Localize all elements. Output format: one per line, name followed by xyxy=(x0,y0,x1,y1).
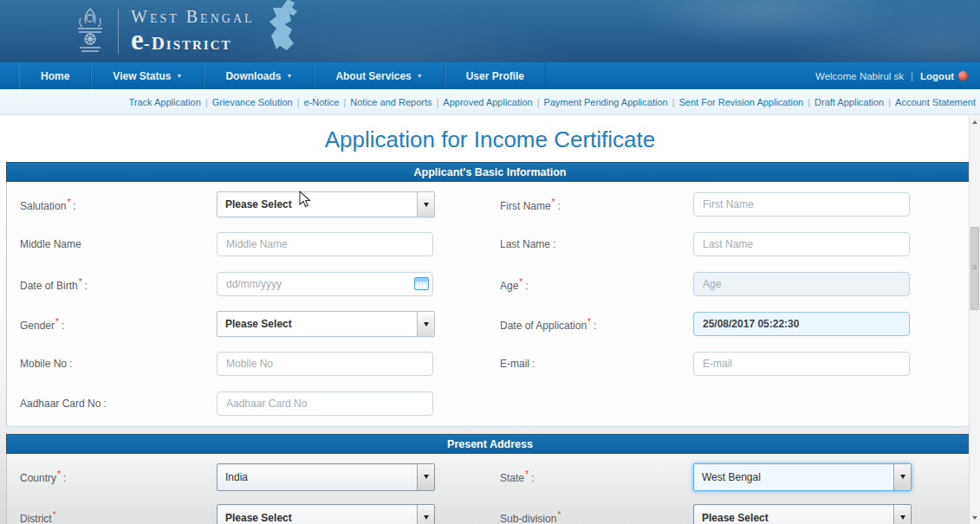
subnav-payment-pending-application[interactable]: Payment Pending Application xyxy=(544,97,668,107)
state-select[interactable]: West Bengal xyxy=(693,463,912,491)
mobile-no-input[interactable] xyxy=(217,352,433,376)
first-name-label: First Name*: xyxy=(500,197,693,212)
section-body-address: Country*: India State*: West Bengal xyxy=(6,454,974,524)
nav-separator: | xyxy=(911,71,913,81)
email-input[interactable] xyxy=(693,352,910,376)
salutation-select[interactable]: Please Select xyxy=(217,191,435,217)
middle-name-label: Middle Name xyxy=(20,238,217,250)
required-asterisk: * xyxy=(525,469,529,479)
subnav-separator: | xyxy=(888,97,891,107)
subnav-separator: | xyxy=(297,97,300,107)
form-content: Application for Income Certificate Appli… xyxy=(0,115,980,524)
required-asterisk: * xyxy=(587,317,591,327)
email-label: E-mail: xyxy=(500,358,693,370)
subnav-approved-application[interactable]: Approved Application xyxy=(443,97,532,107)
subnav-grievance-solution[interactable]: Grievance Solution xyxy=(212,97,293,107)
form-row: Mobile No: E-mail: xyxy=(7,344,973,384)
required-asterisk: * xyxy=(53,510,56,520)
power-icon xyxy=(958,71,968,81)
required-asterisk: * xyxy=(552,197,555,207)
aadhaar-card-no-label: Aadhaar Card No: xyxy=(20,398,217,410)
aadhaar-card-no-input[interactable] xyxy=(217,391,433,416)
chevron-down-icon: ▼ xyxy=(176,73,182,79)
age-input xyxy=(693,272,910,296)
chevron-down-icon: ▼ xyxy=(286,73,292,79)
state-label: State*: xyxy=(500,469,693,484)
brand-line2: e-District xyxy=(131,26,255,55)
required-asterisk: * xyxy=(57,469,61,479)
subnav-separator: | xyxy=(672,97,675,107)
nav-right: Welcome Nabirul sk | Logout xyxy=(815,62,980,89)
scroll-down-button[interactable] xyxy=(970,512,980,524)
nav-item-downloads[interactable]: Downloads▼ xyxy=(204,62,314,89)
welcome-text: Welcome Nabirul sk xyxy=(815,71,904,81)
section-present-address: Present Address Country*: India State*: … xyxy=(6,434,974,524)
middle-name-input[interactable] xyxy=(217,232,433,256)
chevron-down-icon xyxy=(893,505,911,524)
salutation-label: Salutation*: xyxy=(20,197,217,212)
chevron-down-icon xyxy=(417,192,434,217)
scrollbar-thumb[interactable] xyxy=(970,227,979,310)
ashoka-emblem-icon xyxy=(73,6,107,56)
form-row: Middle Name Last Name: xyxy=(7,224,973,264)
header-banner: West Bengal e-District xyxy=(0,0,980,62)
section-header-basic: Applicant's Basic Information xyxy=(6,162,974,182)
subnav-separator: | xyxy=(436,97,438,107)
form-row: Date of Birth*: Age*: xyxy=(7,264,973,304)
form-row: Aadhaar Card No: xyxy=(7,384,973,424)
subnav-separator: | xyxy=(205,97,208,107)
chevron-down-icon xyxy=(417,312,434,336)
sub-nav: Track Application| Grievance Solution| e… xyxy=(0,89,980,115)
page-title: Application for Income Certificate xyxy=(0,126,980,153)
required-asterisk: * xyxy=(67,197,70,207)
form-row: Salutation*: Please Select First Name*: xyxy=(7,184,973,224)
district-label: District* xyxy=(20,510,217,524)
district-select[interactable]: Please Select xyxy=(217,504,435,524)
required-asterisk: * xyxy=(519,277,522,287)
brand-line1: West Bengal xyxy=(131,8,255,25)
brand-text: West Bengal e-District xyxy=(131,8,255,55)
subnav-account-statement[interactable]: Account Statement xyxy=(895,97,976,107)
last-name-label: Last Name: xyxy=(500,238,693,250)
nav-item-about-services[interactable]: About Services▼ xyxy=(314,62,444,89)
chevron-down-icon xyxy=(417,464,434,490)
nav-item-home[interactable]: Home xyxy=(19,62,91,89)
age-label: Age*: xyxy=(500,277,693,292)
sub-division-select[interactable]: Please Select xyxy=(693,504,912,524)
date-of-birth-input[interactable] xyxy=(217,272,433,296)
logout-button[interactable]: Logout xyxy=(920,71,968,81)
subnav-sent-for-revision-application[interactable]: Sent For Revision Application xyxy=(679,97,804,107)
subnav-separator: | xyxy=(808,97,810,107)
date-of-application-input xyxy=(693,312,910,336)
brand-divider xyxy=(118,9,119,54)
vertical-scrollbar[interactable] xyxy=(969,116,980,524)
section-body-basic: Salutation*: Please Select First Name*: … xyxy=(6,182,974,427)
date-of-application-label: Date of Application*: xyxy=(500,317,693,332)
first-name-input[interactable] xyxy=(693,192,910,217)
scroll-down-icon xyxy=(972,516,977,520)
subnav-track-application[interactable]: Track Application xyxy=(128,97,200,107)
required-asterisk: * xyxy=(55,317,59,327)
scroll-up-icon xyxy=(972,120,977,124)
calendar-icon[interactable] xyxy=(414,277,429,290)
gender-select[interactable]: Please Select xyxy=(217,311,435,337)
subnav-draft-application[interactable]: Draft Application xyxy=(815,97,884,107)
last-name-input[interactable] xyxy=(693,232,910,256)
nav-item-user-profile[interactable]: User Profile xyxy=(445,62,546,89)
subnav-e-notice[interactable]: e-Notice xyxy=(303,97,339,107)
subnav-notice-and-reports[interactable]: Notice and Reports xyxy=(350,97,432,107)
gender-label: Gender*: xyxy=(20,317,217,332)
country-label: Country*: xyxy=(20,469,217,484)
scroll-up-button[interactable] xyxy=(970,116,980,128)
mobile-no-label: Mobile No: xyxy=(20,358,217,370)
chevron-down-icon: ▼ xyxy=(417,73,423,79)
chevron-down-icon xyxy=(893,464,911,490)
nav-item-view-status[interactable]: View Status▼ xyxy=(91,62,204,89)
west-bengal-map-icon xyxy=(263,0,303,52)
country-select[interactable]: India xyxy=(217,463,435,491)
required-asterisk: * xyxy=(79,277,82,287)
date-of-birth-label: Date of Birth*: xyxy=(20,277,217,292)
chevron-down-icon xyxy=(417,505,434,524)
subnav-separator: | xyxy=(343,97,346,107)
form-row: Country*: India State*: West Bengal xyxy=(7,456,973,497)
